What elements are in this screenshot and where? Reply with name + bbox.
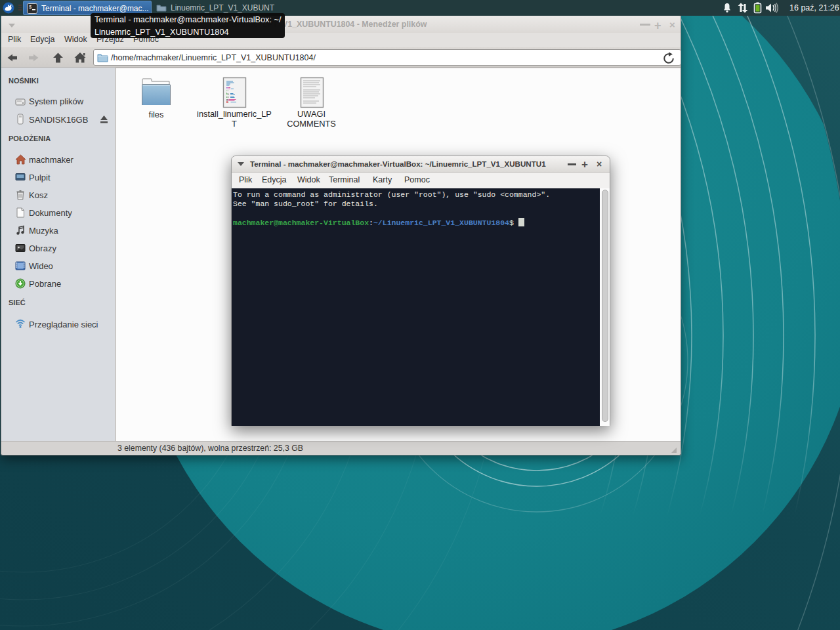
svg-text:$: $ [29, 5, 32, 10]
